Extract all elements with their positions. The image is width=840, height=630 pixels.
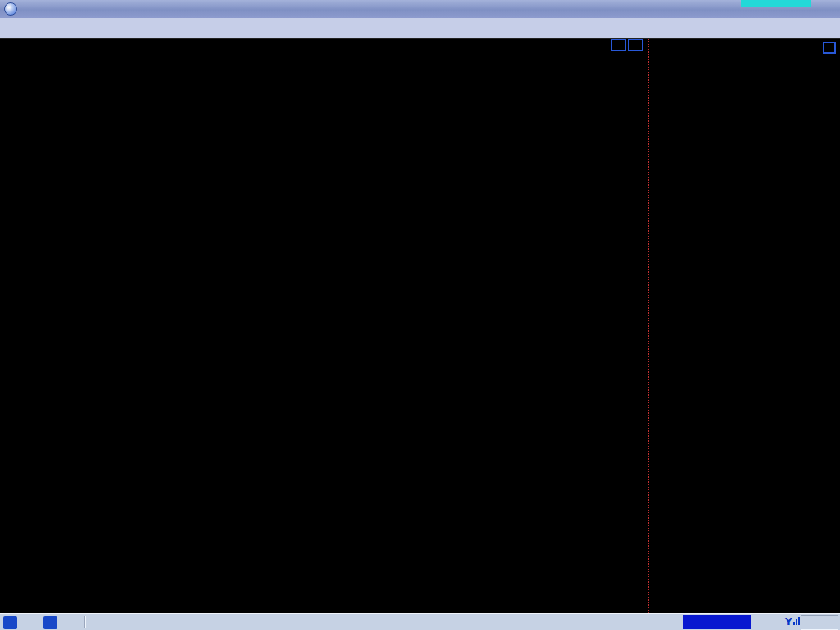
shanghai-index-icon	[3, 616, 17, 629]
clock	[801, 615, 838, 630]
system-menu-icon[interactable]	[4, 2, 17, 16]
main-toolbar	[0, 18, 840, 39]
shenzhen-index-icon	[43, 616, 57, 629]
trading-app-window: Y	[0, 0, 840, 630]
panel-restore-icon[interactable]	[823, 42, 836, 54]
quote-panel-title	[649, 39, 840, 57]
titlebar-accent	[741, 0, 811, 7]
connection-signal-icon: Y	[785, 616, 800, 628]
quote-panel	[648, 39, 840, 613]
chart-nav	[611, 39, 643, 51]
scroll-left-icon[interactable]	[611, 39, 626, 51]
scroll-right-icon[interactable]	[628, 39, 643, 51]
status-bar: Y	[0, 613, 840, 630]
chart-title-bar	[0, 39, 648, 51]
title-bar	[0, 0, 840, 18]
price-chart-svg[interactable]	[0, 51, 648, 613]
statusbar-separator	[84, 616, 86, 628]
alert-badge[interactable]	[683, 615, 751, 629]
